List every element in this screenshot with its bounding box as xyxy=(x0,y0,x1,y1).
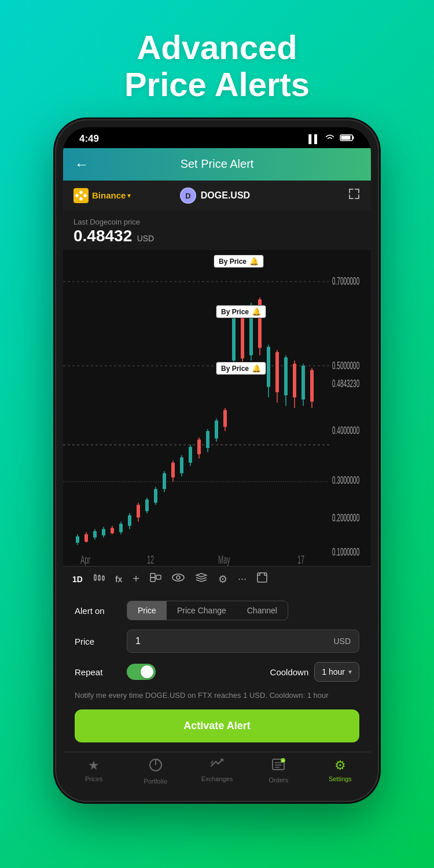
fx-btn[interactable]: fx xyxy=(115,575,122,584)
add-indicator-btn[interactable]: + xyxy=(133,572,139,586)
price-input-field[interactable]: 1 USD xyxy=(127,630,359,653)
battery-icon xyxy=(340,134,355,144)
nav-item-orders[interactable]: ≡ Orders xyxy=(258,758,299,785)
svg-rect-73 xyxy=(293,364,296,398)
svg-rect-67 xyxy=(267,347,270,387)
phone-frame: 4:49 ▌▌ xyxy=(55,119,379,802)
svg-text:12: 12 xyxy=(147,553,154,566)
nav-item-prices[interactable]: ★ Prices xyxy=(73,758,114,785)
alert-on-label: Alert on xyxy=(75,606,127,616)
svg-rect-2 xyxy=(341,136,351,140)
cooldown-label: Cooldown xyxy=(270,667,309,677)
chart-area: 0.7000000 0.5000000 0.4843230 0.4000000 … xyxy=(63,250,371,566)
svg-rect-41 xyxy=(154,489,157,503)
candlestick-chart: 0.7000000 0.5000000 0.4843230 0.4000000 … xyxy=(63,250,371,566)
repeat-toggle[interactable] xyxy=(127,664,156,680)
settings-nav-icon: ⚙ xyxy=(334,758,346,773)
price-label: Last Dogecoin price xyxy=(73,218,361,226)
price-display: 0.48432 USD xyxy=(73,226,361,246)
signal-icon: ▌▌ xyxy=(308,134,320,144)
alert-label-mid: By Price xyxy=(221,308,249,316)
alert-bell-top: 🔔 xyxy=(249,257,259,266)
chart-alert-bot[interactable]: By Price 🔔 xyxy=(216,362,266,375)
coin-info: D DOGE.USD xyxy=(180,187,250,204)
svg-rect-35 xyxy=(128,516,131,526)
alert-type-tabs: Price Price Change Channel xyxy=(127,601,288,620)
svg-rect-1 xyxy=(352,137,354,139)
cooldown-dropdown-icon: ▾ xyxy=(348,668,352,676)
expand-icon[interactable] xyxy=(348,187,361,203)
back-button[interactable]: ← xyxy=(75,156,89,172)
svg-rect-93 xyxy=(156,575,161,579)
svg-rect-10 xyxy=(63,250,371,566)
svg-text:D: D xyxy=(185,192,190,200)
svg-text:May: May xyxy=(218,553,230,566)
svg-rect-92 xyxy=(150,578,155,582)
exchanges-label: Exchanges xyxy=(201,775,233,782)
coin-name: DOGE.USD xyxy=(201,190,250,201)
eye-btn[interactable] xyxy=(172,573,185,585)
nav-item-settings[interactable]: ⚙ Settings xyxy=(320,758,361,785)
orders-label: Orders xyxy=(269,777,289,784)
svg-rect-57 xyxy=(223,410,227,427)
compare-btn[interactable] xyxy=(150,573,161,585)
svg-rect-29 xyxy=(102,529,105,535)
exchange-dropdown-icon[interactable]: ▾ xyxy=(127,192,131,200)
alert-label-top: By Price xyxy=(219,258,247,266)
svg-rect-96 xyxy=(258,573,267,582)
svg-rect-91 xyxy=(150,573,155,578)
svg-rect-55 xyxy=(215,421,218,439)
price-input-row: Price 1 USD xyxy=(75,630,359,653)
svg-rect-37 xyxy=(137,505,140,518)
fullscreen-btn[interactable] xyxy=(257,572,267,586)
chart-alert-mid[interactable]: By Price 🔔 xyxy=(216,305,266,318)
svg-rect-47 xyxy=(180,458,183,473)
svg-point-94 xyxy=(172,574,184,581)
svg-text:0.7000000: 0.7000000 xyxy=(332,275,359,287)
chart-type-icon[interactable] xyxy=(93,573,105,585)
more-btn[interactable]: ··· xyxy=(238,573,247,585)
svg-rect-88 xyxy=(102,576,104,580)
svg-text:17: 17 xyxy=(297,553,304,566)
cooldown-select[interactable]: 1 hour ▾ xyxy=(314,662,359,682)
svg-rect-39 xyxy=(145,499,149,511)
alert-bell-mid: 🔔 xyxy=(252,307,261,316)
orders-icon: ≡ xyxy=(271,758,285,774)
price-section: Last Dogecoin price 0.48432 USD xyxy=(63,211,371,251)
svg-rect-31 xyxy=(111,528,114,534)
tab-channel[interactable]: Channel xyxy=(237,601,288,620)
page-title: Advanced Price Alerts xyxy=(124,29,310,103)
binance-logo xyxy=(73,188,89,203)
svg-rect-45 xyxy=(171,463,175,477)
svg-text:0.2000000: 0.2000000 xyxy=(332,513,359,524)
svg-text:0.4843230: 0.4843230 xyxy=(332,378,359,389)
nav-item-portfolio[interactable]: Portfolio xyxy=(135,758,176,785)
status-bar: 4:49 ▌▌ xyxy=(63,127,371,148)
status-time: 4:49 xyxy=(79,133,99,145)
price-input-label: Price xyxy=(75,637,127,646)
settings-btn[interactable]: ⚙ xyxy=(218,573,227,586)
activate-alert-button[interactable]: Activate Alert xyxy=(75,709,359,742)
alert-settings-panel: Alert on Price Price Change Channel Pric… xyxy=(63,591,371,752)
svg-rect-75 xyxy=(301,366,305,399)
chart-alert-top[interactable]: By Price 🔔 xyxy=(214,255,264,268)
repeat-label: Repeat xyxy=(75,667,127,677)
tab-price-change[interactable]: Price Change xyxy=(167,601,237,620)
svg-text:Apr: Apr xyxy=(80,553,91,566)
alert-label-bot: By Price xyxy=(221,365,249,373)
tab-price[interactable]: Price xyxy=(127,601,167,620)
phone-screen: 4:49 ▌▌ xyxy=(63,127,371,794)
timeframe-btn[interactable]: 1D xyxy=(72,575,83,584)
svg-rect-43 xyxy=(163,473,166,489)
svg-point-95 xyxy=(176,576,180,579)
layers-btn[interactable] xyxy=(195,573,208,585)
prices-icon: ★ xyxy=(88,758,100,773)
nav-item-exchanges[interactable]: Exchanges xyxy=(197,758,237,785)
svg-rect-27 xyxy=(93,531,97,538)
svg-text:0.5000000: 0.5000000 xyxy=(332,360,359,372)
svg-rect-85 xyxy=(98,576,100,580)
toggle-knob xyxy=(141,665,153,678)
exchange-name[interactable]: Binance xyxy=(92,190,126,200)
alert-on-row: Alert on Price Price Change Channel xyxy=(75,601,359,620)
price-value: 0.48432 xyxy=(73,227,132,245)
